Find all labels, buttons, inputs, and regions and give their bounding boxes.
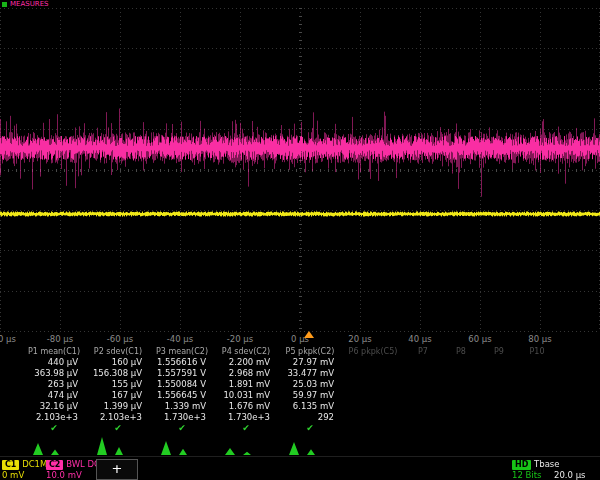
measure-cell [480, 401, 518, 412]
measure-cell [480, 368, 518, 379]
hd-badge: HD [512, 460, 531, 470]
measure-cell: 2.200 mV [214, 357, 278, 368]
timebase-descriptor[interactable]: HD Tbase [512, 459, 560, 470]
measure-cell: 2.968 mV [214, 368, 278, 379]
measure-header-6[interactable]: P6 pkpk(C5) [342, 346, 404, 357]
measure-cell [442, 357, 480, 368]
measure-cell: 167 µV [86, 390, 150, 401]
measure-status-check: ✔ [278, 423, 342, 434]
measure-cell: 440 µV [22, 357, 86, 368]
measure-cell: 6.135 mV [278, 401, 342, 412]
measure-cell [404, 357, 442, 368]
measure-cell: 25.03 mV [278, 379, 342, 390]
measure-cell: 1.556645 V [150, 390, 214, 401]
histicon[interactable] [214, 436, 278, 455]
measure-cell: 32.16 µV [22, 401, 86, 412]
measure-status-check [342, 423, 404, 434]
measure-cell [480, 412, 518, 423]
time-tick-label: 80 µs [528, 334, 551, 344]
measure-cell [442, 390, 480, 401]
measure-status-check [480, 423, 518, 434]
c2-chip[interactable]: C2 [46, 460, 63, 470]
measure-cell [518, 368, 556, 379]
measure-cell: 263 µV [22, 379, 86, 390]
histicon[interactable] [86, 436, 150, 455]
measure-cell [342, 357, 404, 368]
measure-header-9[interactable]: P9 [480, 346, 518, 357]
time-axis: -100 µs-80 µs-60 µs-40 µs-20 µs0 µs20 µs… [0, 333, 600, 346]
measure-cell: 1.730e+3 [214, 412, 278, 423]
status-tag-label: MEASURES [10, 1, 49, 8]
measure-cell [442, 368, 480, 379]
measure-cell: 2.103e+3 [86, 412, 150, 423]
time-tick-label: -40 µs [167, 334, 193, 344]
measure-cell: 27.97 mV [278, 357, 342, 368]
measure-cell [342, 412, 404, 423]
tbase-label: Tbase [534, 459, 559, 469]
measure-cell [342, 390, 404, 401]
measure-header-2[interactable]: P2 sdev(C1) [86, 346, 150, 357]
measure-cell [518, 412, 556, 423]
c1-coupling-label: DC1M [22, 459, 47, 469]
trigger-position-marker[interactable] [304, 331, 314, 338]
oscilloscope-screen: MEASURES -100 µs-80 µs-60 µs-40 µs-20 µs… [0, 0, 600, 480]
c1-chip[interactable]: C1 [2, 460, 19, 470]
measure-cell: 1.557591 V [150, 368, 214, 379]
time-tick-label: -60 µs [107, 334, 133, 344]
channel-c1-descriptor[interactable]: C1 DC1M [2, 459, 47, 470]
measure-status-check: ✔ [86, 423, 150, 434]
measure-cell [404, 368, 442, 379]
measure-header-8[interactable]: P8 [442, 346, 480, 357]
measure-cell [404, 390, 442, 401]
measure-header-3[interactable]: P3 mean(C2) [150, 346, 214, 357]
c1-scale-label: 0 mV [2, 470, 24, 480]
measure-cell: 1.730e+3 [150, 412, 214, 423]
measure-cell [342, 368, 404, 379]
measure-status-check [518, 423, 556, 434]
measure-cell [404, 379, 442, 390]
measure-cell [518, 390, 556, 401]
time-tick-label: 40 µs [408, 334, 431, 344]
measure-cell: 1.399 µV [86, 401, 150, 412]
histicon[interactable] [278, 436, 342, 455]
measure-status-check: ✔ [22, 423, 86, 434]
measure-cell [518, 379, 556, 390]
add-trace-button[interactable]: + [96, 459, 138, 480]
time-tick-label: -80 µs [47, 334, 73, 344]
waveform-display[interactable] [0, 8, 600, 332]
measure-cell [442, 379, 480, 390]
measure-header-7[interactable]: P7 [404, 346, 442, 357]
measure-status-check [404, 423, 442, 434]
histicon[interactable] [150, 436, 214, 455]
measure-cell [342, 379, 404, 390]
measure-header-5[interactable]: P5 pkpk(C2) [278, 346, 342, 357]
measure-cell: 10.031 mV [214, 390, 278, 401]
measure-cell [342, 401, 404, 412]
measure-header-10[interactable]: P10 [518, 346, 556, 357]
measure-cell [442, 401, 480, 412]
histicons [0, 436, 600, 455]
status-indicator-icon [2, 2, 7, 7]
measure-cell [518, 401, 556, 412]
time-tick-label: -20 µs [227, 334, 253, 344]
time-tick-label: 20 µs [348, 334, 371, 344]
measure-status-check [442, 423, 480, 434]
measure-cell: 160 µV [86, 357, 150, 368]
measure-header-4[interactable]: P4 sdev(C2) [214, 346, 278, 357]
measure-cell [480, 390, 518, 401]
measure-status-check: ✔ [150, 423, 214, 434]
measure-cell: 156.308 µV [86, 368, 150, 379]
measure-cell [404, 412, 442, 423]
measure-cell: 1.891 mV [214, 379, 278, 390]
status-tag: MEASURES [2, 1, 49, 8]
measure-cell: 2.103e+3 [22, 412, 86, 423]
measure-table: P1 mean(C1)P2 sdev(C1)P3 mean(C2)P4 sdev… [0, 346, 600, 434]
histicon[interactable] [22, 436, 86, 455]
measure-cell [404, 401, 442, 412]
measure-cell: 155 µV [86, 379, 150, 390]
measure-cell: 1.676 mV [214, 401, 278, 412]
measure-status-check: ✔ [214, 423, 278, 434]
time-tick-label: -100 µs [0, 334, 16, 344]
measure-header-1[interactable]: P1 mean(C1) [22, 346, 86, 357]
measure-cell [442, 412, 480, 423]
